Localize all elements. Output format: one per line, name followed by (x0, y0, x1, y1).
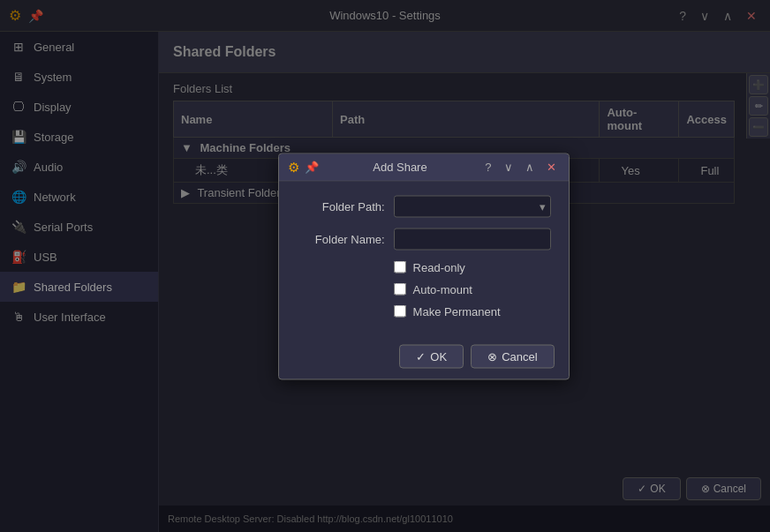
dialog-cancel-icon: ⊗ (487, 349, 497, 363)
folder-name-label: Folder Name: (297, 232, 385, 245)
readonly-checkbox[interactable] (394, 261, 406, 273)
readonly-row: Read-only (394, 260, 551, 273)
dialog-body: Folder Path: ▾ Folder Name: Read-only Au… (279, 181, 569, 337)
permanent-label: Make Permanent (413, 304, 501, 318)
dialog-help-button[interactable]: ? (481, 160, 494, 175)
dialog-maximize-button[interactable]: ∧ (522, 160, 538, 175)
folder-name-row: Folder Name: (297, 228, 551, 250)
folder-name-input-wrapper[interactable] (394, 228, 551, 250)
folder-path-label: Folder Path: (297, 199, 385, 213)
permanent-row: Make Permanent (394, 304, 551, 318)
dialog-pin-icon: 📌 (305, 161, 319, 174)
automount-row: Auto-mount (394, 282, 551, 296)
dialog-cancel-button[interactable]: ⊗ Cancel (471, 344, 554, 368)
dialog-cancel-label: Cancel (502, 349, 537, 363)
readonly-label: Read-only (413, 260, 465, 273)
add-share-dialog: ⚙ 📌 Add Share ? ∨ ∧ ✕ Folder Path: ▾ Fol… (278, 153, 570, 379)
dropdown-arrow-icon: ▾ (540, 199, 546, 213)
dialog-footer: ✓ OK ⊗ Cancel (279, 337, 569, 378)
dialog-close-button[interactable]: ✕ (543, 160, 560, 175)
folder-path-input-wrapper[interactable]: ▾ (394, 195, 551, 217)
dialog-ok-icon: ✓ (416, 349, 426, 363)
dialog-ok-button[interactable]: ✓ OK (399, 344, 464, 368)
dialog-minimize-button[interactable]: ∨ (501, 160, 517, 175)
dialog-gear-icon: ⚙ (288, 159, 299, 175)
dialog-title-bar: ⚙ 📌 Add Share ? ∨ ∧ ✕ (279, 154, 569, 181)
automount-checkbox[interactable] (394, 283, 406, 296)
folder-name-input[interactable] (400, 232, 545, 245)
folder-path-input[interactable] (400, 199, 545, 213)
permanent-checkbox[interactable] (394, 305, 406, 318)
automount-label: Auto-mount (413, 282, 472, 296)
folder-path-row: Folder Path: ▾ (297, 195, 551, 217)
dialog-title: Add Share (324, 161, 477, 174)
dialog-ok-label: OK (430, 349, 447, 363)
